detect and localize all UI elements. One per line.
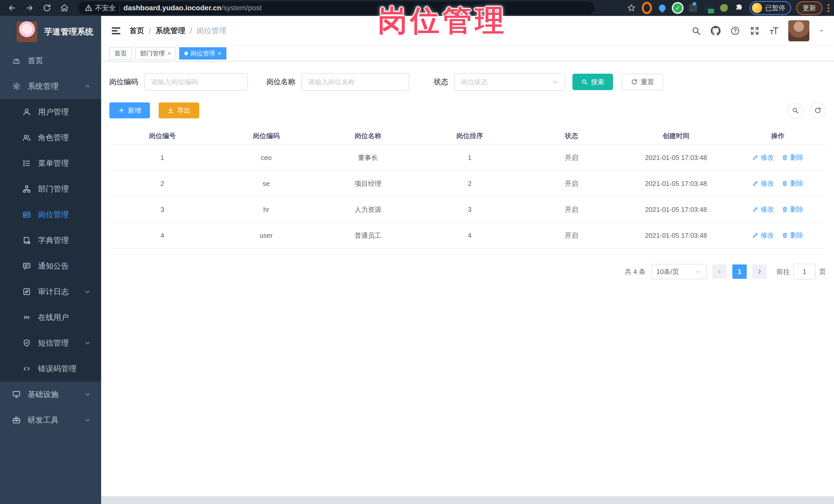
sidebar-item-user-mgmt[interactable]: 用户管理 [0,99,101,125]
app-logo [16,21,38,43]
search-button[interactable]: 搜索 [572,74,613,90]
reload-icon[interactable] [40,1,54,15]
tag-dept[interactable]: 部门管理 × [135,47,176,60]
font-size-icon[interactable] [769,25,780,36]
sidebar-item-infra[interactable]: 基础设施 [0,381,101,407]
pencil-icon [752,180,759,187]
post-name-label: 岗位名称 [266,77,295,87]
extension-pin-icon[interactable] [657,3,667,13]
post-name-input[interactable] [301,73,409,91]
edit-button-label: 修改 [761,153,774,162]
prev-page-button[interactable] [712,264,727,279]
security-warning[interactable]: 不安全 [85,3,116,13]
sidebar-item-error-code[interactable]: 错误码管理 [0,356,101,381]
sidebar-item-audit-log[interactable]: 审计日志 [0,279,101,305]
col-post-sort: 岗位排序 [419,127,521,145]
delete-button-label: 删除 [790,231,804,240]
extension-card-icon[interactable] [703,3,714,13]
sidebar-item-role-mgmt[interactable]: 角色管理 [0,125,101,151]
col-post-name: 岗位名称 [317,127,419,145]
tag-post[interactable]: 岗位管理 × [179,47,226,60]
extension-grid-icon[interactable] [688,3,698,13]
home-icon[interactable] [57,1,72,15]
breadcrumb-system[interactable]: 系统管理 [156,26,185,36]
extension-check-icon[interactable]: ✓ [673,3,683,13]
page-size-select[interactable]: 10条/页 [651,264,707,279]
sidebar-item-home[interactable]: 首页 [0,48,101,73]
delete-button[interactable]: 删除 [782,179,804,188]
cell-status: 开启 [521,223,622,248]
cell-post-sort: 1 [419,145,521,171]
extension-leaf-icon[interactable] [719,3,729,13]
update-button[interactable]: 更新 [796,1,822,15]
github-icon[interactable] [710,25,721,36]
sidebar-item-sms-mgmt[interactable]: 短信管理 [0,330,101,356]
status-select[interactable]: 岗位状态 [454,73,565,91]
edit-button[interactable]: 修改 [752,205,774,214]
sidebar-item-post-mgmt[interactable]: 岗位管理 [0,202,101,227]
delete-button[interactable]: 删除 [782,153,804,162]
profile-paused-badge[interactable]: 已暂停 [749,1,791,15]
sidebar-item-devtools[interactable]: 研发工具 [0,407,101,433]
collapse-sidebar-icon[interactable] [110,25,122,37]
user-avatar[interactable] [788,20,809,41]
close-icon[interactable]: × [218,50,221,57]
add-button[interactable]: 新增 [109,103,150,118]
sidebar-item-menu-mgmt[interactable]: 菜单管理 [0,151,101,176]
content: 岗位编码 岗位名称 状态 岗位状态 [101,61,834,504]
delete-button-label: 删除 [790,153,804,162]
refresh-table-button[interactable] [810,103,826,118]
avatar-caret-icon[interactable] [818,27,825,34]
browser-menu-icon[interactable] [828,4,829,12]
forward-icon[interactable] [22,1,37,15]
export-button[interactable]: 导出 [159,103,199,118]
table-row: 2se项目经理2开启2021-01-05 17:03:48修改删除 [109,171,826,197]
app-header: 首页 / 系统管理 / 岗位管理 [101,16,834,46]
cell-actions: 修改删除 [730,197,826,223]
sidebar-menu: 首页系统管理用户管理角色管理菜单管理部门管理岗位管理字典管理通知公告审计日志在线… [0,48,101,433]
bookmark-star-icon[interactable] [626,3,637,13]
fullscreen-icon[interactable] [749,25,760,36]
edit-button[interactable]: 修改 [752,179,774,188]
goto-page-input[interactable] [793,264,815,280]
bubble-icon [22,261,31,270]
reset-button[interactable]: 重置 [622,74,663,90]
plus-icon [118,107,125,114]
sidebar-item-label: 用户管理 [38,107,69,117]
next-page-button[interactable] [752,264,767,279]
breadcrumb-home[interactable]: 首页 [129,26,144,36]
post-code-input[interactable] [144,73,248,91]
delete-button[interactable]: 删除 [782,231,804,240]
edit-button[interactable]: 修改 [752,153,774,162]
back-icon[interactable] [5,1,20,15]
cell-post-id: 2 [109,171,215,197]
extensions-puzzle-icon[interactable] [734,3,744,13]
app-logo-row[interactable]: 芋道管理系统 [0,16,101,48]
address-bar[interactable]: 不安全 dashboard.yudao.iocoder.cn/system/po… [78,2,594,14]
url-path: /system/post [221,4,262,12]
search-icon[interactable] [691,25,702,36]
url-host: dashboard.yudao.iocoder.cn [124,4,221,12]
sidebar-item-dict-mgmt[interactable]: 字典管理 [0,227,101,253]
url-text[interactable]: dashboard.yudao.iocoder.cn/system/post [124,4,262,12]
delete-button[interactable]: 删除 [782,205,804,214]
warning-icon [85,4,92,12]
close-icon[interactable]: × [167,50,171,57]
tag-home[interactable]: 首页 [109,47,132,60]
current-page[interactable]: 1 [732,264,747,279]
cell-post-id: 4 [109,223,215,248]
sidebar-item-notice[interactable]: 通知公告 [0,253,101,279]
toggle-search-button[interactable] [787,103,803,118]
chevron-down-icon [84,417,91,423]
sidebar-item-dept-mgmt[interactable]: 部门管理 [0,176,101,202]
gear-icon [12,82,21,91]
extension-orange-icon[interactable] [642,3,652,13]
help-icon[interactable] [730,25,741,36]
sidebar-item-system[interactable]: 系统管理 [0,73,101,99]
cell-created: 2021-01-05 17:03:48 [622,223,730,248]
edit-button[interactable]: 修改 [752,231,774,240]
pencil-icon [752,232,759,239]
sidebar-item-online-users[interactable]: 在线用户 [0,305,101,330]
refresh-icon [814,107,821,114]
cell-post-sort: 4 [419,223,521,248]
